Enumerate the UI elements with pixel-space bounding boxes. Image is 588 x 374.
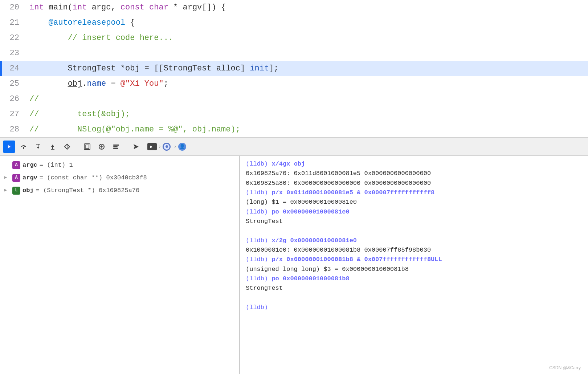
- var-badge-2: L: [12, 187, 20, 195]
- line-number-21: 21: [2, 15, 26, 31]
- line-number-22: 22: [2, 31, 26, 46]
- console-line-3: (lldb) p/x 0x011d8001000081e5 & 0x00007f…: [246, 188, 582, 198]
- var-badge-1: A: [12, 174, 20, 182]
- line-number-27: 27: [2, 107, 26, 122]
- console-line-12: (lldb) po 0x00000001000081b8: [246, 274, 582, 284]
- line-content-21: @autoreleasepool {: [26, 15, 588, 31]
- svg-rect-11: [85, 145, 89, 149]
- console-line-1: 0x109825a70: 0x011d8001000081e5 0x000000…: [246, 169, 582, 178]
- console-line-11: (unsigned long long) $3 = 0x000000010000…: [246, 265, 582, 274]
- console-line-15: (lldb): [246, 303, 582, 312]
- console-line-7: [246, 226, 582, 236]
- line-content-24: StrongTest *obj = [[StrongTest alloc] in…: [26, 61, 588, 76]
- svg-marker-18: [134, 144, 139, 149]
- console-line-13: StrongTest: [246, 284, 582, 293]
- var-badge-0: A: [12, 161, 20, 169]
- debug-toolbar: ▶ › › 👤: [0, 138, 588, 156]
- console-line-6: StrongTest: [246, 217, 582, 226]
- bottom-area: Aargc = (int) 1▶Aargv = (const char **) …: [0, 156, 588, 374]
- svg-marker-6: [51, 145, 54, 147]
- breadcrumb-thread[interactable]: [163, 143, 172, 151]
- console-line-0: (lldb) x/4gx obj: [246, 159, 582, 169]
- frames-button[interactable]: [81, 141, 93, 153]
- breadcrumb-chevron-1: ›: [158, 144, 161, 150]
- console-line-10: (lldb) p/x 0x00000001000081b8 & 0x007fff…: [246, 255, 582, 264]
- var-value-2: = (StrongTest *) 0x109825a70: [36, 186, 140, 195]
- var-value-0: = (int) 1: [40, 160, 73, 170]
- line-number-24: 24: [2, 61, 26, 76]
- breadcrumb-person[interactable]: 👤: [178, 143, 188, 151]
- variable-item-0[interactable]: Aargc = (int) 1: [0, 159, 239, 171]
- toolbar-separator-2: [126, 142, 126, 151]
- svg-marker-4: [37, 147, 40, 149]
- code-line-20: 20int main(int argc, const char * argv[]…: [0, 0, 588, 15]
- line-content-27: // test(&obj);: [26, 107, 588, 122]
- console-line-4: (long) $1 = 0x00000001000081e0: [246, 198, 582, 207]
- code-editor: 20int main(int argc, const char * argv[]…: [0, 0, 588, 138]
- breadcrumb-chevron-2: ›: [173, 144, 176, 150]
- var-name-0: argc: [23, 160, 37, 170]
- line-content-26: //: [26, 92, 588, 107]
- line-number-28: 28: [2, 122, 26, 137]
- breadcrumb-terminal[interactable]: ▶: [147, 143, 157, 150]
- console-panel[interactable]: (lldb) x/4gx obj0x109825a70: 0x011d80010…: [240, 156, 588, 374]
- variables-button[interactable]: [110, 141, 122, 153]
- toolbar-separator-1: [77, 142, 77, 151]
- line-content-25: obj.name = @"Xi You";: [26, 76, 588, 92]
- line-number-23: 23: [2, 46, 26, 61]
- send-button[interactable]: [130, 141, 142, 153]
- line-number-25: 25: [2, 76, 26, 92]
- watermark: CSDN @&Carry: [549, 365, 581, 370]
- variable-item-2[interactable]: ▶Lobj = (StrongTest *) 0x109825a70: [0, 184, 239, 197]
- line-content-22: // insert code here...: [26, 31, 588, 46]
- step-into-button[interactable]: [32, 141, 44, 153]
- code-line-26: 26//: [0, 92, 588, 107]
- console-line-2: 0x109825a80: 0x0000000000000000 0x000000…: [246, 179, 582, 188]
- line-content-28: // NSLog(@"obj.name = %@", obj.name);: [26, 122, 588, 137]
- variable-item-1[interactable]: ▶Aargv = (const char **) 0x3040cb3f8: [0, 171, 239, 184]
- code-line-22: 22 // insert code here...: [0, 31, 588, 46]
- console-line-5: (lldb) po 0x00000001000081e0: [246, 207, 582, 217]
- step-over-button[interactable]: [17, 141, 30, 153]
- line-content-20: int main(int argc, const char * argv[]) …: [26, 0, 588, 15]
- var-value-1: = (const char **) 0x3040cb3f8: [40, 173, 147, 183]
- code-line-28: 28// NSLog(@"obj.name = %@", obj.name);: [0, 122, 588, 137]
- code-line-21: 21 @autoreleasepool {: [0, 15, 588, 31]
- line-content-23: [26, 46, 588, 61]
- console-line-9: 0x1000081e0: 0x00000001000081b8 0x00007f…: [246, 245, 582, 255]
- var-name-2: obj: [23, 186, 34, 195]
- var-expand-1[interactable]: ▶: [4, 174, 10, 181]
- breadcrumb: ▶ › › 👤: [147, 143, 188, 151]
- code-line-25: 25 obj.name = @"Xi You";: [0, 76, 588, 92]
- svg-rect-17: [113, 148, 118, 149]
- svg-rect-16: [113, 146, 118, 147]
- console-line-8: (lldb) x/2g 0x00000001000081e0: [246, 236, 582, 245]
- variables-panel: Aargc = (int) 1▶Aargv = (const char **) …: [0, 156, 240, 374]
- var-name-1: argv: [23, 173, 37, 183]
- line-number-26: 26: [2, 92, 26, 107]
- console-line-14: [246, 293, 582, 303]
- step-out-button[interactable]: [46, 141, 59, 153]
- terminal-icon: ▶: [150, 144, 153, 150]
- code-line-23: 23: [0, 46, 588, 61]
- breakpoints-button[interactable]: [95, 141, 108, 153]
- continue-button[interactable]: [3, 141, 15, 153]
- code-line-24: 24 StrongTest *obj = [[StrongTest alloc]…: [0, 61, 588, 76]
- var-expand-2[interactable]: ▶: [4, 187, 10, 194]
- svg-rect-15: [113, 145, 119, 146]
- jump-button[interactable]: [61, 141, 73, 153]
- code-line-27: 27// test(&obj);: [0, 107, 588, 122]
- line-number-20: 20: [2, 0, 26, 15]
